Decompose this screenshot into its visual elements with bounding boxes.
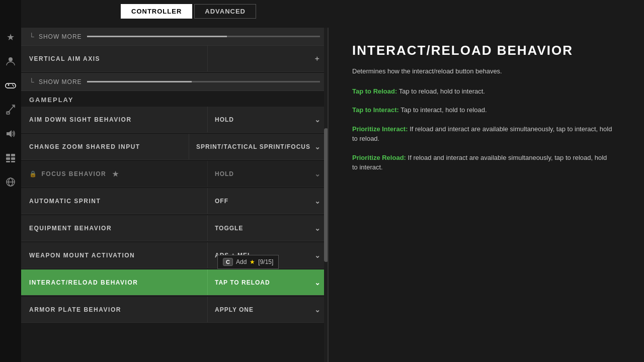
interact-reload-value-text: TAP TO RELOAD — [215, 279, 270, 286]
tab-advanced[interactable]: ADVANCED — [194, 4, 256, 19]
add-favorite-tooltip: C Add ★ [9/15] — [217, 255, 279, 269]
progress-bar-2 — [87, 81, 320, 82]
automatic-sprint-value-text: OFF — [215, 198, 228, 205]
setting-row-change-zoom[interactable]: CHANGE ZOOM SHARED INPUT SPRINT/TACTICAL… — [21, 134, 328, 160]
focus-behavior-value-text: HOLD — [215, 170, 234, 177]
detail-item-2: Prioritize Interact: If reload and inter… — [352, 124, 614, 144]
show-more-label-2: SHOW MORE — [39, 78, 82, 85]
interact-reload-chevron: ⌄ — [314, 279, 321, 287]
sidebar-icon-controller[interactable] — [4, 78, 18, 93]
equipment-behavior-value: TOGGLE ⌄ — [207, 215, 328, 241]
progress-fill-2 — [87, 81, 192, 82]
change-zoom-value-text: SPRINT/TACTICAL SPRINT/FOCUS — [196, 143, 310, 150]
equipment-behavior-value-text: TOGGLE — [215, 225, 243, 232]
weapon-mount-label: WEAPON MOUNT ACTIVATION — [21, 252, 207, 259]
settings-list: └ SHOW MORE VERTICAL AIM AXIS ＋ └ SHOW M… — [21, 28, 328, 323]
svg-point-5 — [13, 85, 14, 86]
tooltip-star: ★ — [250, 258, 255, 265]
interact-reload-label: INTERACT/RELOAD BEHAVIOR — [21, 279, 207, 286]
svg-rect-14 — [6, 161, 10, 162]
detail-item-0-label: Tap to Reload: — [352, 87, 397, 95]
svg-line-6 — [8, 106, 14, 113]
setting-row-equipment-behavior[interactable]: EQUIPMENT BEHAVIOR TOGGLE ⌄ — [21, 215, 328, 241]
aim-down-sight-value: HOLD ⌄ — [207, 107, 328, 132]
svg-rect-1 — [6, 83, 16, 88]
automatic-sprint-value: OFF ⌄ — [207, 188, 328, 214]
progress-fill-1 — [87, 36, 227, 37]
tooltip-add-text: Add — [236, 258, 247, 265]
svg-rect-13 — [11, 157, 15, 160]
aim-down-sight-label: AIM DOWN SIGHT BEHAVIOR — [21, 116, 207, 123]
setting-row-armor-plate[interactable]: ARMOR PLATE BEHAVIOR APPLY ONE ⌄ — [21, 297, 328, 323]
focus-behavior-chevron: ⌄ — [314, 170, 321, 178]
detail-item-1: Tap to Interact: Tap to interact, hold t… — [352, 105, 614, 115]
sidebar-icon-world[interactable] — [4, 175, 18, 189]
focus-star-icon: ★ — [112, 170, 120, 178]
svg-point-0 — [9, 57, 13, 61]
indent-icon-2: └ — [29, 78, 35, 86]
svg-rect-10 — [6, 154, 10, 156]
vertical-aim-label: VERTICAL AIM AXIS — [21, 55, 207, 62]
sidebar-icon-grid[interactable] — [4, 151, 18, 165]
detail-title: INTERACT/RELOAD BEHAVIOR — [352, 43, 614, 58]
vertical-aim-chevron: ＋ — [313, 54, 321, 63]
setting-row-aim-down-sight[interactable]: AIM DOWN SIGHT BEHAVIOR HOLD ⌄ — [21, 107, 328, 133]
show-more-row-2[interactable]: └ SHOW MORE — [21, 73, 328, 91]
aim-down-sight-value-text: HOLD — [215, 116, 234, 123]
change-zoom-chevron: ⌄ — [314, 143, 321, 151]
tab-controller[interactable]: CONTROLLER — [121, 4, 192, 19]
automatic-sprint-label: AUTOMATIC SPRINT — [21, 198, 207, 205]
armor-plate-value: APPLY ONE ⌄ — [207, 297, 328, 322]
automatic-sprint-chevron: ⌄ — [314, 197, 321, 205]
sidebar-icon-star[interactable]: ★ — [4, 30, 18, 44]
tooltip-count: [9/15] — [258, 258, 273, 265]
weapon-mount-chevron: ⌄ — [314, 251, 321, 259]
armor-plate-label: ARMOR PLATE BEHAVIOR — [21, 306, 207, 313]
equipment-behavior-label: EQUIPMENT BEHAVIOR — [21, 225, 207, 232]
detail-item-1-label: Tap to Interact: — [352, 106, 399, 114]
panel-divider — [328, 28, 329, 362]
svg-marker-9 — [7, 130, 12, 137]
focus-behavior-label: 🔒 FOCUS BEHAVIOR ★ — [21, 170, 207, 178]
focus-lock-icon: 🔒 — [29, 170, 38, 177]
setting-row-weapon-mount[interactable]: WEAPON MOUNT ACTIVATION ADS + MEL ⌄ C Ad… — [21, 242, 328, 268]
vertical-aim-value: ＋ — [207, 46, 328, 71]
armor-plate-value-text: APPLY ONE — [215, 306, 254, 313]
show-more-row-1[interactable]: └ SHOW MORE — [21, 28, 328, 46]
tooltip-key: C — [223, 258, 233, 266]
show-more-label-1: SHOW MORE — [39, 33, 82, 40]
progress-bar-1 — [87, 36, 320, 37]
interact-reload-value: TAP TO RELOAD ⌄ — [207, 269, 328, 295]
sidebar: ★ — [0, 0, 21, 362]
svg-point-4 — [12, 84, 13, 85]
gameplay-section-header: GAMEPLAY — [21, 91, 328, 107]
svg-rect-11 — [11, 154, 15, 156]
focus-behavior-value: HOLD ⌄ — [207, 161, 328, 187]
setting-row-interact-reload[interactable]: INTERACT/RELOAD BEHAVIOR TAP TO RELOAD ⌄ — [21, 269, 328, 296]
sidebar-icon-person[interactable] — [4, 54, 18, 68]
change-zoom-value: SPRINT/TACTICAL SPRINT/FOCUS ⌄ — [189, 134, 328, 159]
indent-icon-1: └ — [29, 33, 35, 41]
detail-item-3: Prioritize Reload: If reload and interac… — [352, 153, 614, 172]
change-zoom-label: CHANGE ZOOM SHARED INPUT — [21, 143, 189, 150]
sidebar-icon-volume[interactable] — [4, 127, 18, 141]
sidebar-icon-slash[interactable] — [4, 103, 18, 117]
armor-plate-chevron: ⌄ — [314, 306, 321, 314]
detail-item-2-label: Prioritize Interact: — [352, 125, 408, 133]
detail-item-1-text: Tap to interact, hold to reload. — [400, 106, 487, 114]
top-tabs: CONTROLLER ADVANCED — [121, 4, 256, 19]
equipment-behavior-chevron: ⌄ — [314, 224, 321, 232]
detail-item-3-label: Prioritize Reload: — [352, 154, 406, 161]
setting-row-automatic-sprint[interactable]: AUTOMATIC SPRINT OFF ⌄ — [21, 188, 328, 214]
detail-panel: INTERACT/RELOAD BEHAVIOR Determines how … — [332, 28, 634, 362]
aim-down-sight-chevron: ⌄ — [314, 116, 321, 124]
setting-row-vertical-aim[interactable]: VERTICAL AIM AXIS ＋ — [21, 46, 328, 72]
detail-description: Determines how the interact/reload butto… — [352, 66, 614, 76]
detail-item-0: Tap to Reload: Tap to reload, hold to in… — [352, 86, 614, 97]
setting-row-focus-behavior[interactable]: 🔒 FOCUS BEHAVIOR ★ HOLD ⌄ — [21, 161, 328, 187]
svg-rect-15 — [11, 161, 15, 162]
settings-panel: └ SHOW MORE VERTICAL AIM AXIS ＋ └ SHOW M… — [21, 28, 328, 362]
svg-rect-12 — [6, 157, 10, 160]
detail-item-0-text: Tap to reload, hold to interact. — [399, 87, 485, 95]
